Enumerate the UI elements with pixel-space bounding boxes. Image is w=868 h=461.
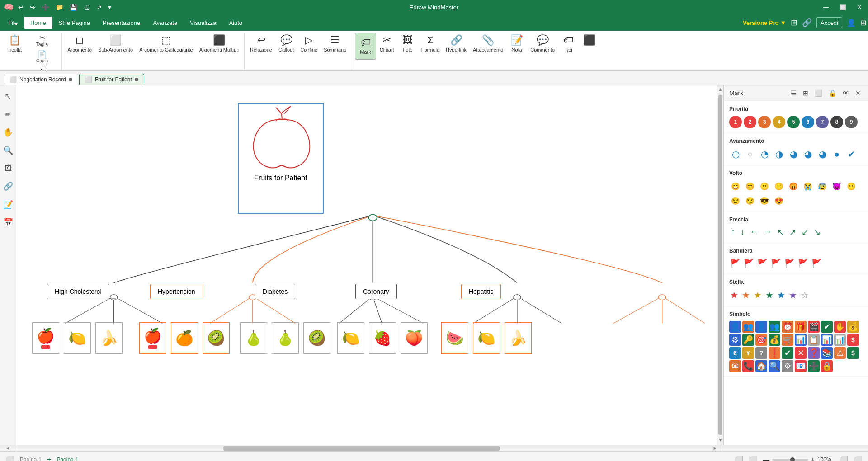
sym-28[interactable]: 📚 (821, 347, 833, 359)
priority-7[interactable]: 7 (816, 116, 829, 128)
node-diabetes[interactable]: Diabetes (255, 284, 295, 299)
sym-36[interactable]: 📧 (795, 360, 807, 372)
pro-version-btn[interactable]: Versione Pro ▼ (743, 19, 786, 26)
more-btn[interactable]: ▾ (106, 3, 113, 12)
sym-2[interactable]: 👥 (742, 321, 754, 333)
volto-5[interactable]: 😡 (787, 180, 800, 193)
sym-34[interactable]: 🔍 (769, 360, 780, 372)
vertical-scrollbar[interactable]: ▲ ▼ (717, 85, 723, 445)
menu-home[interactable]: Home (24, 17, 52, 29)
arrow-right[interactable]: → (762, 226, 774, 238)
avanz-6[interactable]: ◕ (816, 148, 829, 160)
flag-red[interactable]: 🚩 (729, 258, 741, 269)
scroll-up-btn[interactable]: ▲ (717, 85, 723, 94)
menu-stile[interactable]: Stile Pagina (52, 17, 96, 29)
arrow-upright[interactable]: ↗ (788, 226, 798, 238)
relazione-btn[interactable]: ↩ Relazione (247, 33, 275, 55)
fit-page-icon[interactable]: ⬜ (734, 455, 743, 461)
star-purple[interactable]: ★ (788, 289, 798, 301)
pointer-tool[interactable]: ✏ (2, 107, 14, 122)
lock-icon[interactable]: 🔒 (827, 89, 838, 98)
priority-4[interactable]: 4 (773, 116, 785, 128)
print-btn[interactable]: 🖨 (82, 3, 92, 12)
sym-8[interactable]: ✔ (821, 321, 833, 333)
arrow-up[interactable]: ↑ (729, 226, 737, 238)
nota-btn[interactable]: 📝 Nota (507, 33, 527, 55)
formula-btn[interactable]: Σ Formula (419, 33, 442, 55)
volto-6[interactable]: 😭 (802, 180, 814, 193)
sym-25[interactable]: ✔ (782, 347, 793, 359)
sym-9[interactable]: ✋ (834, 321, 846, 333)
link-tool[interactable]: 🔗 (0, 179, 16, 194)
sym-31[interactable]: ✉ (729, 360, 741, 372)
zoom-in-btn[interactable]: + (811, 456, 815, 461)
sym-19[interactable]: 📊 (834, 334, 846, 346)
close-panel-icon[interactable]: ✕ (854, 89, 863, 98)
avanz-0[interactable]: ◷ (729, 148, 742, 160)
menu-presentazione[interactable]: Presentazione (96, 17, 146, 29)
avanz-4[interactable]: ◕ (787, 148, 800, 160)
scroll-right-btn[interactable]: ► (707, 445, 723, 451)
sym-11[interactable]: ⚙ (729, 334, 741, 346)
callout-btn[interactable]: 💬 Callout (276, 33, 297, 55)
priority-3[interactable]: 3 (758, 116, 771, 128)
arrow-left[interactable]: ← (748, 226, 760, 238)
attaccamento-btn[interactable]: 📎 Attaccamento (470, 33, 506, 55)
accedi-btn[interactable]: Accedi (816, 17, 842, 28)
flag-purple[interactable]: 🚩 (797, 258, 809, 269)
avanz-7[interactable]: ● (830, 148, 843, 160)
menu-avanzate[interactable]: Avanzate (146, 17, 184, 29)
note-tool[interactable]: 📝 (0, 197, 16, 212)
save-btn[interactable]: 💾 (68, 3, 79, 12)
fit-screen-icon[interactable]: ⬜ (854, 455, 863, 461)
volto-13[interactable]: 😍 (773, 194, 785, 207)
arg-multipli-btn[interactable]: ⬛ Argomenti Multipli (197, 33, 241, 55)
node-hypertension[interactable]: Hypertension (150, 284, 203, 299)
volto-9[interactable]: 😶 (845, 180, 858, 193)
sym-1[interactable]: 👤 (729, 321, 741, 333)
arrow-upleft[interactable]: ↖ (775, 226, 786, 238)
sym-37[interactable]: ➕ (808, 360, 820, 372)
sym-14[interactable]: 💰 (769, 334, 780, 346)
minimize-btn[interactable]: — (821, 4, 831, 10)
sommario-btn[interactable]: ☰ Sommario (321, 33, 349, 55)
sym-21[interactable]: € (729, 347, 741, 359)
add-icon[interactable]: ⬜ (813, 89, 824, 98)
flag-yellow[interactable]: 🚩 (756, 258, 768, 269)
volto-10[interactable]: 😒 (729, 194, 742, 207)
share-icon[interactable]: 🔗 (802, 18, 812, 28)
add-page-icon[interactable]: ⬜ (5, 455, 14, 461)
star-red[interactable]: ★ (729, 289, 739, 301)
hyperlink-btn[interactable]: 🔗 Hyperlink (443, 33, 469, 55)
sym-5[interactable]: ⏰ (782, 321, 793, 333)
sym-13[interactable]: 🎯 (755, 334, 767, 346)
grid-view-icon[interactable]: ⊞ (801, 89, 810, 98)
sym-30[interactable]: $ (847, 347, 859, 359)
star-orange[interactable]: ★ (741, 289, 751, 301)
eye-icon[interactable]: 👁 (841, 89, 851, 98)
menu-aiuto[interactable]: Aiuto (222, 17, 249, 29)
h-scrollbar-thumb[interactable] (223, 446, 500, 451)
scroll-handle[interactable] (718, 95, 722, 435)
flag-green[interactable]: 🚩 (770, 258, 782, 269)
new-btn[interactable]: ➕ (40, 3, 51, 12)
image-tool[interactable]: 🖼 (1, 161, 15, 176)
avanz-5[interactable]: ◕ (802, 148, 814, 160)
close-btn[interactable]: ✕ (854, 4, 864, 10)
sym-18[interactable]: 📊 (821, 334, 833, 346)
volto-11[interactable]: 😏 (744, 194, 756, 207)
tab-fruit-patient[interactable]: ⬜ Fruit for Patient (79, 74, 144, 85)
fullscreen-icon[interactable]: ⬜ (839, 455, 848, 461)
hand-tool[interactable]: ✋ (0, 125, 16, 140)
arrow-down[interactable]: ↓ (739, 226, 746, 238)
menu-visualizza[interactable]: Visualizza (184, 17, 222, 29)
argomento-btn[interactable]: ◻ Argomento (65, 33, 94, 55)
sym-16[interactable]: 📊 (795, 334, 807, 346)
avanz-3[interactable]: ◑ (773, 148, 785, 160)
sym-20[interactable]: $ (847, 334, 859, 346)
priority-9[interactable]: 9 (845, 116, 858, 128)
tab-negotiation-record[interactable]: ⬜ Negotiation Record (4, 74, 78, 85)
share-btn[interactable]: ↗ (94, 3, 104, 12)
star-blue[interactable]: ★ (776, 289, 786, 301)
sym-10[interactable]: 💰 (847, 321, 859, 333)
